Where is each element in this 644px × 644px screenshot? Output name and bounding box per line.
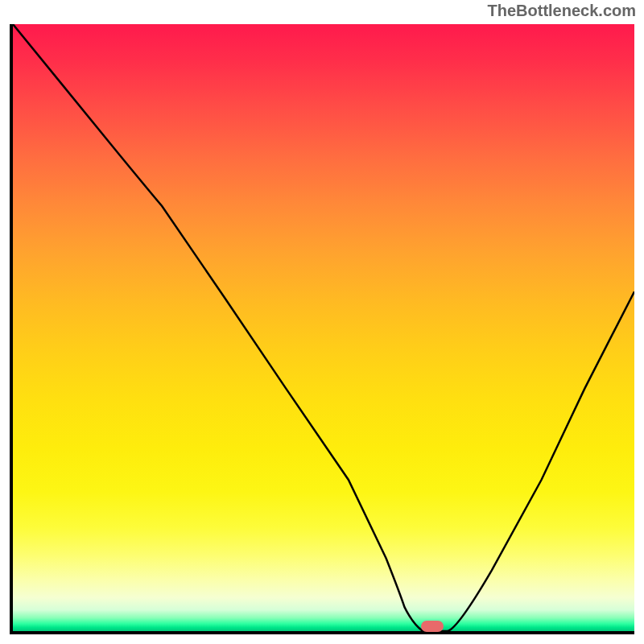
optimal-marker [421, 621, 444, 632]
curve-layer [13, 24, 634, 631]
plot-area [10, 24, 634, 634]
watermark-text: TheBottleneck.com [488, 2, 636, 20]
bottleneck-curve [13, 24, 634, 631]
